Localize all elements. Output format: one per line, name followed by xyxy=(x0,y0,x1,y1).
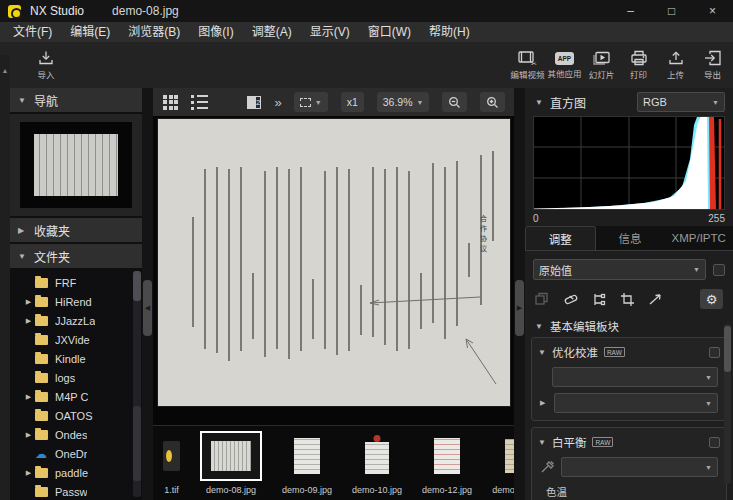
folder-item[interactable]: FRF xyxy=(10,273,142,292)
zoom-level-dropdown[interactable]: 36.9% ▼ xyxy=(377,92,430,112)
grid-view-icon[interactable] xyxy=(163,95,178,110)
filmstrip-item[interactable]: demo-10.jpg xyxy=(352,430,402,495)
picture-control-sub-dropdown[interactable]: ▼ xyxy=(554,393,718,413)
preset-dropdown[interactable]: 原始值 ▼ xyxy=(533,259,706,280)
histogram-channel-dropdown[interactable]: RGB ▼ xyxy=(637,92,725,112)
list-view-icon[interactable] xyxy=(191,95,208,110)
menu-edit[interactable]: 编辑(E) xyxy=(61,22,119,42)
folder-item[interactable]: OATOS xyxy=(10,406,142,425)
menu-view[interactable]: 显示(V) xyxy=(301,22,359,42)
filmstrip-item[interactable]: 1.tif xyxy=(163,430,180,495)
menu-window[interactable]: 窗口(W) xyxy=(359,22,420,42)
panel-tabs: 调整 信息 XMP/IPTC xyxy=(525,226,733,251)
folders-header-label: 文件夹 xyxy=(34,248,70,265)
tab-info[interactable]: 信息 xyxy=(596,226,665,250)
crop-icon[interactable] xyxy=(620,292,635,307)
menu-help[interactable]: 帮助(H) xyxy=(420,22,479,42)
minimize-button[interactable]: – xyxy=(610,0,651,22)
filmstrip-item-selected[interactable]: demo-08.jpg xyxy=(200,430,262,495)
folder-item[interactable]: JXVide xyxy=(10,330,142,349)
chevron-down-icon: ▼ xyxy=(705,464,712,471)
export-button[interactable]: 导出 xyxy=(694,43,731,87)
nav-section-header[interactable]: ▼ 导航 xyxy=(10,88,142,112)
gray-point-eyedropper-icon[interactable] xyxy=(540,460,555,474)
fit-to-screen-button[interactable]: ▼ xyxy=(294,92,328,112)
chevron-down-icon: ▼ xyxy=(18,96,26,105)
menu-browser[interactable]: 浏览器(B) xyxy=(119,22,189,42)
picture-control-dropdown[interactable]: ▼ xyxy=(552,367,718,387)
folder-item[interactable]: ▶ JJazzLa xyxy=(10,311,142,330)
white-balance-header[interactable]: ▼ 白平衡 RAW xyxy=(538,433,720,451)
histogram-scale: 0 255 xyxy=(533,210,725,226)
nav-header-label: 导航 xyxy=(34,92,58,109)
sidebar-collapse-strip[interactable]: ▲ xyxy=(0,55,10,500)
expand-icon[interactable]: ▶ xyxy=(22,393,35,401)
folder-item[interactable]: ▶ M4P C xyxy=(10,387,142,406)
zoom-in-button[interactable] xyxy=(480,92,505,112)
retouch-brush-icon[interactable] xyxy=(563,292,579,307)
picture-control-section: ▼ 优化校准 RAW ▼ ▶ ▼ xyxy=(531,337,727,421)
folder-item[interactable]: ▶ paddle xyxy=(10,463,142,482)
folder-item[interactable]: logs xyxy=(10,368,142,387)
chevron-right-icon[interactable]: ▶ xyxy=(540,399,548,407)
maximize-button[interactable]: □ xyxy=(651,0,692,22)
more-tools-icon[interactable]: » xyxy=(274,95,280,110)
folder-item[interactable]: ▶ Ondes xyxy=(10,425,142,444)
settings-button[interactable]: ⚙ xyxy=(700,289,723,309)
folder-item[interactable]: Passw xyxy=(10,482,142,500)
menu-file[interactable]: 文件(F) xyxy=(4,22,61,42)
zoom-1x-button[interactable]: x1 xyxy=(341,92,364,112)
copy-adjustments-icon[interactable] xyxy=(535,292,550,307)
picture-control-checkbox[interactable] xyxy=(709,347,720,358)
svg-text:✂: ✂ xyxy=(531,60,537,67)
basic-edit-section-header[interactable]: ▼ 基本编辑板块 xyxy=(525,315,733,337)
chevron-down-icon: ▼ xyxy=(535,98,543,107)
scrollbar-thumb[interactable] xyxy=(133,271,141,301)
menu-bar: 文件(F) 编辑(E) 浏览器(B) 图像(I) 调整(A) 显示(V) 窗口(… xyxy=(0,22,733,42)
folder-scrollbar[interactable] xyxy=(133,271,141,497)
zoom-out-button[interactable] xyxy=(442,92,467,112)
expand-icon[interactable]: ▶ xyxy=(22,431,35,439)
other-apps-button[interactable]: APP 其他应用 xyxy=(546,43,583,87)
raw-badge: RAW xyxy=(604,347,625,357)
histogram-header[interactable]: ▼ 直方图 RGB ▼ xyxy=(525,88,733,116)
filmstrip-item[interactable]: demo-09.jpg xyxy=(282,430,332,495)
levels-tree-icon[interactable] xyxy=(592,292,607,307)
preset-option-button[interactable] xyxy=(713,264,725,276)
slideshow-button[interactable]: 幻灯片 xyxy=(583,43,620,87)
navigation-thumbnail[interactable] xyxy=(20,122,132,208)
chevron-down-icon: ▼ xyxy=(18,252,26,261)
picture-control-header[interactable]: ▼ 优化校准 RAW xyxy=(538,343,720,361)
folder-item[interactable]: Kindle xyxy=(10,349,142,368)
folder-icon xyxy=(35,468,48,478)
menu-image[interactable]: 图像(I) xyxy=(189,22,242,42)
upload-button[interactable]: 上传 xyxy=(657,43,694,87)
scrollbar-thumb[interactable] xyxy=(724,326,731,372)
folder-item-onedrive[interactable]: ☁ OneDr xyxy=(10,444,142,463)
expand-icon[interactable]: ▶ xyxy=(22,317,35,325)
collapse-right-handle[interactable]: ▶ xyxy=(515,280,524,336)
expand-icon[interactable]: ▶ xyxy=(22,469,35,477)
tab-adjustments[interactable]: 调整 xyxy=(525,226,596,250)
upload-icon xyxy=(667,50,685,66)
right-panel-scrollbar[interactable] xyxy=(724,324,731,484)
compare-view-icon[interactable]: 2 xyxy=(247,96,261,109)
menu-adjust[interactable]: 调整(A) xyxy=(243,22,301,42)
white-balance-dropdown[interactable]: ▼ xyxy=(561,457,718,477)
import-button[interactable]: 导入 xyxy=(24,43,68,87)
folder-item[interactable]: ▶ HiRend xyxy=(10,292,142,311)
folder-icon xyxy=(35,335,48,345)
folders-section-header[interactable]: ▼ 文件夹 xyxy=(10,244,142,268)
expand-icon[interactable]: ▶ xyxy=(22,298,35,306)
edit-video-button[interactable]: ✂ 编辑视频 xyxy=(509,43,546,87)
collapse-left-handle[interactable]: ◀ xyxy=(143,280,152,336)
print-button[interactable]: 打印 xyxy=(620,43,657,87)
filmstrip-item[interactable]: demo-12.jpg xyxy=(422,430,472,495)
close-button[interactable]: × xyxy=(692,0,733,22)
white-balance-checkbox[interactable] xyxy=(709,437,720,448)
favorites-section-header[interactable]: ▶ 收藏夹 xyxy=(10,218,142,242)
image-viewport[interactable]: 合作协议 xyxy=(153,116,514,425)
tab-xmp-iptc[interactable]: XMP/IPTC xyxy=(664,226,733,250)
thumbnail-image xyxy=(359,432,395,480)
straighten-icon[interactable] xyxy=(648,292,663,307)
